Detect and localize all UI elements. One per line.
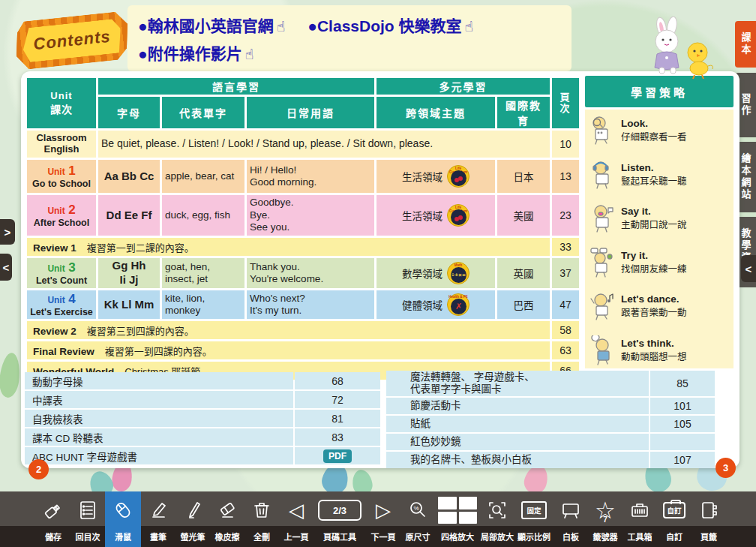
usb-save-icon xyxy=(42,499,64,521)
toolbar-button-page-tabs[interactable]: 頁籤 xyxy=(692,491,726,547)
robot-listen-icon xyxy=(590,160,615,190)
strategy-say-it: Say it.主動開口說一說 xyxy=(590,203,729,233)
page-number: 81 xyxy=(295,410,380,427)
page-number: 63 xyxy=(552,341,579,359)
appendix-row: 課本 CD 聆聽表83 xyxy=(25,428,380,446)
page-indicator: 2/3 xyxy=(318,500,362,521)
toolbar-button-original-size[interactable]: % 原尺寸 xyxy=(400,491,435,547)
appendix-list-right: 魔法轉轉盤、 字母遊戲卡、 代表單字字卡與圖卡85 節慶活動卡101 貼紙105… xyxy=(386,371,715,470)
contents-table: Unit 課次 語言學習 多元學習 頁 次 字母 代表單字 日常用語 跨領域主題… xyxy=(25,76,581,382)
toolbar-button-next-page[interactable]: ▷ 下一頁 xyxy=(366,491,400,547)
page-number: 13 xyxy=(552,160,579,193)
pdf-badge[interactable]: PDF xyxy=(323,449,352,463)
strategy-lets-dance: Let's dance.跟著音樂動一動 xyxy=(590,291,729,321)
hand-cursor-icon: ☝ xyxy=(277,19,286,35)
toolbar-button-region-zoom[interactable]: 局部放大 xyxy=(480,491,514,547)
toolbar-button-highlighter[interactable]: 螢光筆 xyxy=(176,491,210,547)
next-page-icon: ▷ xyxy=(376,500,391,520)
toolbar-button-toolbox[interactable]: 工具箱 xyxy=(622,491,657,547)
row-unit2: Unit 2 After School Dd Ee Ff duck, egg, … xyxy=(27,195,579,236)
page-number: 10 xyxy=(552,131,579,158)
display-ratio-icon: 固定 xyxy=(521,501,547,519)
strategy-listen: Listen.豎起耳朵聽一聽 xyxy=(590,160,729,190)
appendix-row: 貼紙105 xyxy=(386,416,715,432)
page-number: 105 xyxy=(650,416,715,432)
col-header-multi-learning: 多元學習 xyxy=(376,78,550,95)
collapse-right-panel-button[interactable]: < xyxy=(741,255,756,282)
appendix-row: 自我檢核表81 xyxy=(25,410,380,427)
strategy-try-it: Try it.找個朋友練一練 xyxy=(590,248,729,278)
chevron-left-icon: < xyxy=(3,261,10,274)
highlighter-icon xyxy=(182,499,204,521)
robot-look-icon xyxy=(590,116,615,146)
toolbox-icon xyxy=(628,499,651,521)
ebook-viewer: { "banner": { "label": "Contents" }, "ic… xyxy=(0,0,756,547)
page-number: 23 xyxy=(552,195,579,236)
appendix-row: 動動字母操68 xyxy=(25,372,380,389)
col-header-words: 代表單字 xyxy=(162,97,244,128)
mouse-icon xyxy=(112,499,134,521)
appendix-row: 紅色妙妙鏡 xyxy=(386,434,715,450)
hand-cursor-icon: ☝ xyxy=(245,47,254,62)
robot-think-icon xyxy=(590,335,615,365)
zoom-percent-icon: % xyxy=(406,499,429,521)
book-page: Unit 課次 語言學習 多元學習 頁 次 字母 代表單字 日常用語 跨領域主題… xyxy=(21,71,740,468)
bottom-toolbar: 儲存 回目次 滑鼠 畫筆 螢光筆 橡皮擦 全刪 ◁ 上一頁 xyxy=(0,491,756,547)
toolbar-button-page-tool[interactable]: 2/3 頁碼工具 xyxy=(314,491,366,547)
contents-list-icon xyxy=(76,499,99,521)
row-final-review: Final Review複習第一到四課的內容。 63 xyxy=(27,341,579,359)
toolbar-button-back-to-contents[interactable]: 回目次 xyxy=(70,491,105,547)
page-number: 33 xyxy=(552,238,579,256)
toolbar-button-save[interactable]: 儲存 xyxy=(36,491,70,547)
strategy-look: Look.仔細觀察看一看 xyxy=(590,116,729,146)
math-badge-icon: Math ÷+×= xyxy=(447,262,470,284)
row-unit1: Unit 1 Go to School Aa Bb Cc apple, bear… xyxy=(27,160,579,193)
toolbar-button-eraser[interactable]: 橡皮擦 xyxy=(210,491,244,547)
pen-icon xyxy=(147,499,170,521)
appendix-row: 我的名牌卡、墊板與小白板107 xyxy=(386,452,715,468)
page-number: 101 xyxy=(650,398,715,414)
appendix-row: ABC HUNT 字母遊戲書PDF xyxy=(25,447,380,464)
chevron-left-icon: < xyxy=(746,263,752,275)
row-review1: Review 1複習第一到二課的內容。 33 xyxy=(27,238,579,256)
four-grid-icon xyxy=(438,497,477,524)
strategies-header: 學習策略 xyxy=(585,76,734,107)
toolbar-button-whiteboard[interactable]: 白板 xyxy=(554,491,588,547)
toolbar-button-four-pane-zoom[interactable]: 四格放大 xyxy=(435,491,480,547)
toolbar-button-delete-all[interactable]: 全刪 xyxy=(244,491,279,547)
appendix-row: 節慶活動卡101 xyxy=(386,398,715,414)
book-page-number-right: 3 xyxy=(716,458,736,478)
appendix-list-left: 動動字母操68 中譯表72 自我檢核表81 課本 CD 聆聽表83 ABC HU… xyxy=(25,372,380,466)
whiteboard-icon xyxy=(560,499,582,521)
tab-textbook[interactable]: 課本 xyxy=(735,21,756,68)
toolbar-button-pen[interactable]: 畫筆 xyxy=(141,491,176,547)
page-number: 37 xyxy=(552,258,579,288)
robot-try-icon xyxy=(590,248,615,278)
toolbar-button-mouse[interactable]: 滑鼠 xyxy=(105,491,141,547)
link-attachment-videos[interactable]: ●附件操作影片☝ xyxy=(138,45,256,62)
custom-toolbox-icon: 自訂 xyxy=(663,502,686,518)
page-back-edge-button[interactable]: < xyxy=(0,254,12,281)
appendix-row: 魔法轉轉盤、 字母遊戲卡、 代表單字字卡與圖卡85 xyxy=(386,371,715,396)
toolbar-button-prev-page[interactable]: ◁ 上一頁 xyxy=(279,491,314,547)
expand-left-panel-button[interactable]: > xyxy=(0,219,15,245)
row-review2: Review 2複習第三到四課的內容。 58 xyxy=(27,321,579,339)
health-pe-badge-icon: Health & PE ✗ xyxy=(447,293,470,316)
row-unit4: Unit 4 Let's Exercise Kk Ll Mm kite, lio… xyxy=(27,290,579,319)
toolbar-button-custom[interactable]: 自訂 自訂 xyxy=(657,491,692,547)
svg-text:%: % xyxy=(413,505,418,512)
toolbar-button-number-picker[interactable]: ☆7 籤號器 xyxy=(588,491,622,547)
robot-dance-icon xyxy=(590,291,615,321)
life-curriculum-badge-icon: Life Curriculum xyxy=(447,204,470,227)
link-classdojo[interactable]: ●ClassDojo 快樂教室☝ xyxy=(308,17,476,35)
toolbar-button-display-ratio[interactable]: 固定 顯示比例 xyxy=(514,491,554,547)
book-page-number-left: 2 xyxy=(28,459,49,479)
col-header-daily-phrases: 日常用語 xyxy=(247,97,374,128)
region-zoom-icon xyxy=(486,499,508,521)
prev-page-icon: ◁ xyxy=(289,500,304,520)
link-hanlin-english-site[interactable]: ●翰林國小英語官網☝ xyxy=(138,17,288,35)
page-tab-icon xyxy=(698,499,720,521)
page-number: 83 xyxy=(295,428,380,446)
row-unit3: Unit 3 Let's Count Gg Hh Ii Jj goat, hen… xyxy=(27,258,579,288)
robot-say-icon xyxy=(590,203,615,233)
